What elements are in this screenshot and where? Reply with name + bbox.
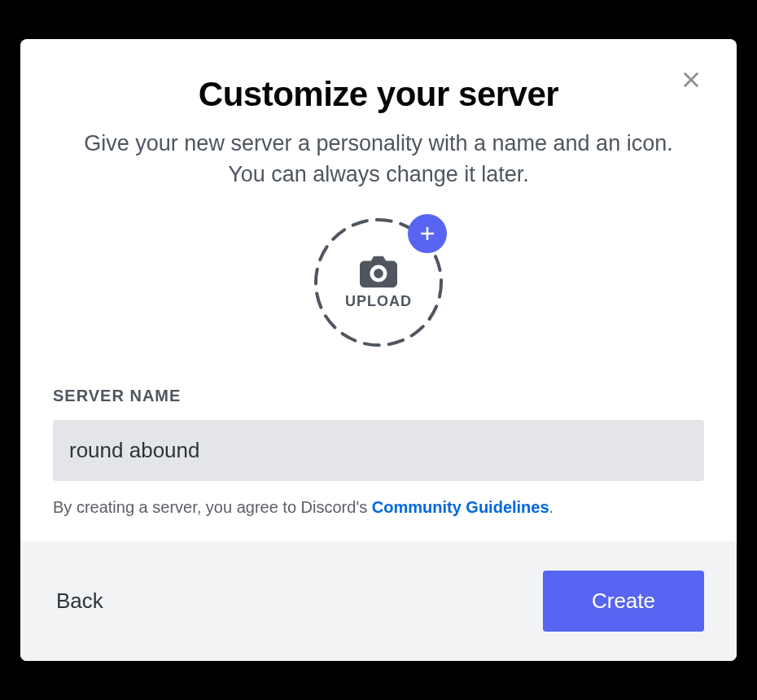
modal-subtitle: Give your new server a personality with …: [69, 129, 688, 190]
plus-icon: [418, 224, 437, 243]
upload-label: UPLOAD: [345, 293, 412, 310]
back-button[interactable]: Back: [53, 580, 107, 622]
modal-title: Customize your server: [53, 75, 704, 114]
modal-body: Customize your server Give your new serv…: [20, 39, 737, 542]
plus-badge: [408, 214, 447, 253]
server-name-input[interactable]: [53, 420, 704, 481]
create-button[interactable]: Create: [543, 571, 704, 632]
community-guidelines-link[interactable]: Community Guidelines: [372, 498, 549, 516]
upload-icon-button[interactable]: UPLOAD: [313, 217, 444, 348]
customize-server-modal: Customize your server Give your new serv…: [20, 39, 737, 662]
consent-suffix: .: [549, 498, 554, 516]
consent-prefix: By creating a server, you agree to Disco…: [53, 498, 372, 516]
consent-text: By creating a server, you agree to Disco…: [53, 496, 704, 518]
server-name-label: SERVER NAME: [53, 387, 704, 405]
close-button[interactable]: [676, 65, 706, 94]
close-icon: [680, 68, 702, 91]
modal-footer: Back Create: [20, 541, 737, 661]
camera-icon: [360, 256, 397, 288]
